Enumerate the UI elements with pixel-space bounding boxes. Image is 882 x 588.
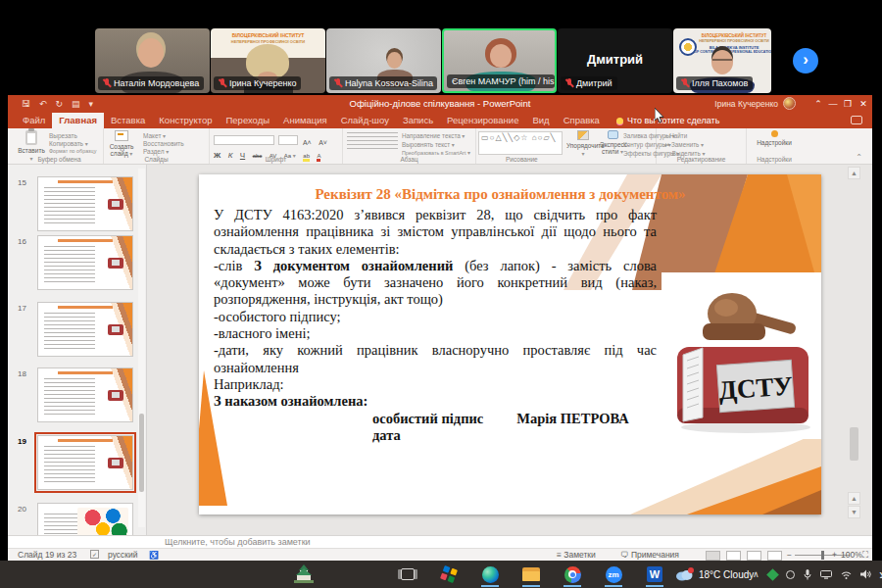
tab-record[interactable]: Запись [396, 113, 440, 128]
slide-thumbnail-19-selected[interactable] [37, 435, 133, 490]
layout-button[interactable]: Макет [143, 132, 166, 139]
fit-slide-icon[interactable]: ⛶ [862, 550, 868, 561]
chrome-icon[interactable] [561, 564, 584, 585]
tab-animations[interactable]: Анимация [276, 113, 334, 128]
normal-view-icon[interactable] [706, 551, 720, 561]
chevron-right-icon: › [803, 50, 808, 69]
collapse-ribbon-icon[interactable]: ⌃ [856, 153, 862, 162]
volume-icon[interactable] [860, 569, 871, 579]
notes-pane[interactable]: Щелкните, чтобы добавить заметки [8, 535, 872, 548]
slide-thumbnail-18[interactable] [37, 368, 133, 422]
tab-insert[interactable]: Вставка [104, 113, 152, 128]
tab-help[interactable]: Справка [557, 113, 607, 128]
weather-widget[interactable]: 18°C Cloudy [674, 561, 754, 588]
widgets-icon[interactable] [437, 564, 461, 585]
restore-button[interactable]: ❐ [841, 97, 855, 111]
mic-muted-icon [219, 78, 226, 88]
file-explorer-icon[interactable] [519, 564, 543, 585]
comments-toggle[interactable]: 🗨 Примечания [620, 550, 679, 561]
bullets-and-align-icons[interactable] [347, 132, 398, 152]
language-indicator[interactable]: русский [108, 550, 138, 561]
minimize-button[interactable]: — [826, 97, 840, 111]
tab-transitions[interactable]: Переходы [219, 113, 276, 128]
next-slide-icon[interactable]: ▼ [848, 506, 860, 518]
video-tile[interactable]: БІЛОЦЕРКІВСЬКИЙ ІНСТИТУТ НЕПЕРЕРВНОЇ ПРО… [211, 28, 325, 93]
participant-name-label: Ірина Кучеренко [214, 76, 301, 90]
edge-icon[interactable] [478, 564, 502, 585]
zoom-app-icon[interactable]: zm [602, 564, 625, 585]
mic-icon[interactable] [804, 569, 811, 580]
ribbon-display-options-icon[interactable]: ⌃ [811, 97, 825, 111]
ribbon-tab-bar: Файл Главная Вставка Конструктор Переход… [8, 113, 872, 128]
tab-slideshow[interactable]: Слайд-шоу [334, 113, 396, 128]
reset-button[interactable]: Восстановить [143, 140, 184, 147]
slide-body-text: У ДСТУ 4163:2020 з’явився реквізит 28, щ… [214, 207, 657, 444]
ribbon-group-font: A˄ A˅ Ж К Ч abc AV Aa ab A Шрифт [210, 128, 343, 164]
find-button[interactable]: ⌕ Найти [664, 131, 687, 140]
video-tile[interactable]: Дмитрий Дмитрий [558, 28, 672, 93]
tab-file[interactable]: Файл [16, 113, 52, 128]
title-bar[interactable]: 🖫 ↶ ↻ ▤ ▾ Офіційно-ділове спілкування - … [8, 95, 872, 113]
slide-title: Реквізит 28 «Відмітка про ознайомлення з… [199, 186, 802, 203]
paragraph: -особистого підпису; [214, 309, 657, 325]
arrange-button[interactable]: Упорядочить [566, 130, 600, 158]
slide-thumbnail-17[interactable] [37, 302, 133, 357]
slideshow-view-icon[interactable] [767, 551, 782, 561]
new-slide-button[interactable]: Создать слайд [106, 130, 137, 158]
slide-number: 19 [18, 437, 26, 446]
format-painter-button[interactable]: Формат по образцу [49, 148, 96, 154]
copy-button[interactable]: Копировать [49, 140, 88, 147]
device-icon[interactable] [820, 570, 832, 579]
previous-slide-icon[interactable]: ▲ [848, 492, 860, 505]
ribbon-group-paragraph: Направление текста Выровнять текст Преоб… [343, 128, 476, 164]
scroll-thumb[interactable] [850, 427, 858, 461]
thumbnail-scrollbar[interactable] [138, 169, 145, 527]
zoom-level[interactable]: 100% [841, 550, 862, 561]
notes-placeholder: Щелкните, чтобы добавить заметки [165, 537, 311, 547]
slide-canvas: ДСТУ Реквізит 28 «Відмітка про ознайомле… [147, 165, 872, 535]
notes-toggle[interactable]: ≡ Заметки [557, 550, 596, 561]
account-avatar[interactable] [783, 97, 796, 110]
next-participants-button[interactable]: › [793, 48, 818, 74]
reading-view-icon[interactable] [747, 551, 761, 561]
tab-design[interactable]: Конструктор [152, 113, 219, 128]
account-name[interactable]: Ірина Кучеренко [714, 99, 778, 109]
paragraph: -слів З документом ознайомлений (без лап… [214, 258, 657, 309]
tell-me-box[interactable]: Что вы хотите сделать [616, 113, 720, 128]
slide-editing-area[interactable]: ДСТУ Реквізит 28 «Відмітка про ознайомле… [199, 174, 821, 514]
castle-app-icon[interactable] [292, 564, 316, 585]
slide-sorter-view-icon[interactable] [726, 551, 741, 561]
scroll-up-icon[interactable]: ▲ [848, 167, 860, 179]
word-icon[interactable]: W [643, 564, 666, 585]
slide-thumbnail-16[interactable] [37, 235, 133, 290]
shapes-gallery[interactable]: ▭○△╲╲◇☆ ⌂○▱╲ [478, 131, 563, 155]
system-tray: ∧ УКР [753, 561, 882, 588]
slide-thumbnail-15[interactable] [37, 176, 133, 231]
cut-button[interactable]: Вырезать [49, 132, 77, 139]
spellcheck-icon[interactable]: ✓ [90, 550, 99, 559]
zoom-slider-knob[interactable] [821, 551, 824, 560]
video-tile[interactable]: Наталія Мордовцева [95, 28, 210, 93]
network-icon[interactable] [841, 570, 852, 579]
close-button[interactable]: ✕ [857, 97, 870, 111]
slide-scrollbar[interactable]: ▲ ▲ ▼ [848, 167, 860, 519]
tab-view[interactable]: Вид [525, 113, 556, 128]
comments-icon[interactable] [851, 116, 862, 124]
tab-home[interactable]: Главная [52, 113, 104, 128]
quick-styles-button[interactable]: Экспресс- стили [600, 130, 625, 156]
slide-number: 15 [18, 178, 26, 187]
zoom-out-icon[interactable]: − [787, 550, 792, 561]
section-button[interactable]: Раздел [143, 148, 169, 155]
video-tile-active-speaker[interactable]: Євген МАМЧУР (him / his /... [442, 28, 557, 93]
addins-button[interactable]: Надстройки [751, 130, 798, 146]
tab-review[interactable]: Рецензирование [440, 113, 525, 128]
video-tile[interactable]: БІЛОЦЕРКІВСЬКИЙ ІНСТИТУТ НЕПЕРЕРВНОЇ ПРО… [673, 28, 771, 93]
hidden-icons-chevron[interactable]: ∧ [753, 569, 760, 579]
task-view-icon[interactable] [396, 564, 419, 585]
zoom-in-icon[interactable]: + [832, 550, 837, 561]
arrange-icon [577, 130, 589, 140]
update-icon[interactable] [786, 570, 795, 579]
windows-taskbar: zm W 18°C Cloudy ∧ УКР [0, 561, 882, 588]
security-icon[interactable] [766, 568, 779, 581]
video-tile[interactable]: Halyna Kossova-Silina [326, 28, 441, 93]
